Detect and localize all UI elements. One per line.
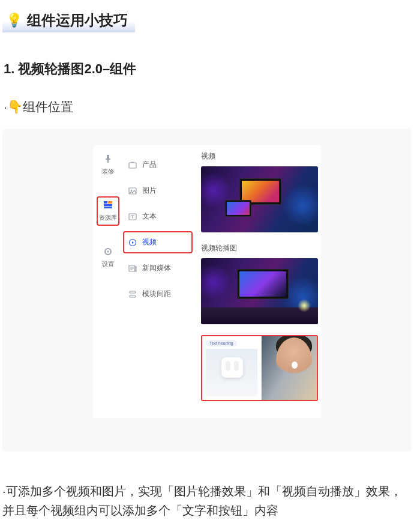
point-down-icon: 👇 [7, 100, 23, 113]
text-heading-pill: Text heading [206, 340, 237, 346]
svg-rect-15 [135, 267, 136, 271]
svg-point-8 [107, 251, 109, 253]
rail-item-decorate[interactable]: 装修 [101, 150, 115, 180]
figure-container: 装修 资源库 设置 产品 [2, 128, 412, 452]
svg-rect-16 [130, 291, 136, 293]
cat-label: 新闻媒体 [142, 263, 171, 273]
body-paragraph: ·可添加多个视频和图片，实现「图片轮播效果」和「视频自动播放」效果，并且每个视频… [2, 482, 412, 520]
svg-rect-5 [104, 204, 112, 206]
person-image [262, 336, 317, 400]
page-title-block: 💡 组件运用小技巧 [2, 5, 135, 32]
svg-rect-0 [107, 155, 109, 159]
svg-rect-6 [104, 207, 112, 208]
rail-item-settings[interactable]: 设置 [101, 243, 115, 272]
rail-label: 设置 [102, 260, 114, 268]
component-location-line: ·👇组件位置 [4, 98, 414, 115]
editor-panel: 装修 资源库 设置 产品 [93, 145, 321, 418]
svg-rect-17 [130, 295, 136, 297]
library-icon [103, 200, 113, 211]
news-icon [128, 264, 137, 273]
section-heading: 1. 视频轮播图2.0–组件 [4, 60, 414, 78]
decorate-icon [103, 154, 113, 165]
cat-label: 视频 [142, 237, 157, 247]
product-icon [128, 160, 137, 170]
cat-label: 产品 [142, 160, 157, 170]
svg-rect-2 [107, 160, 109, 163]
cat-item-video[interactable]: 视频 [123, 231, 193, 253]
earbud-image [206, 349, 257, 396]
spacing-icon [128, 289, 137, 299]
preview-card-carousel-2[interactable]: Text heading [201, 335, 318, 401]
svg-point-11 [131, 189, 132, 190]
component-location-label: 组件位置 [23, 100, 73, 113]
lightbulb-icon: 💡 [6, 13, 22, 28]
text-icon [128, 212, 137, 222]
cat-label: 模块间距 [142, 289, 171, 299]
cat-item-news[interactable]: 新闻媒体 [123, 257, 193, 279]
category-list: 产品 图片 文本 视频 [123, 145, 195, 418]
page-title: 组件运用小技巧 [27, 11, 128, 30]
svg-rect-4 [108, 201, 112, 204]
cat-item-product[interactable]: 产品 [123, 154, 193, 176]
cat-item-text[interactable]: 文本 [123, 205, 193, 228]
preview-card-carousel-1[interactable] [201, 258, 318, 324]
rail-label: 装修 [102, 168, 114, 176]
svg-rect-9 [129, 163, 136, 168]
video-icon [128, 238, 137, 247]
cat-item-image[interactable]: 图片 [123, 180, 193, 202]
rail-label: 资源库 [99, 214, 117, 222]
left-rail: 装修 资源库 设置 [93, 145, 123, 418]
image-icon [128, 186, 137, 196]
preview-card-video[interactable] [201, 166, 318, 232]
cat-item-spacing[interactable]: 模块间距 [123, 283, 193, 305]
svg-rect-1 [106, 159, 110, 160]
preview-column: 视频 视频轮播图 Text heading [195, 145, 321, 418]
cat-label: 文本 [142, 211, 157, 222]
preview-group-title-carousel: 视频轮播图 [201, 243, 315, 253]
rail-item-library[interactable]: 资源库 [97, 196, 119, 226]
gear-icon [103, 246, 113, 257]
svg-rect-3 [104, 201, 107, 204]
cat-label: 图片 [142, 186, 157, 196]
preview-group-title-video: 视频 [201, 151, 315, 162]
